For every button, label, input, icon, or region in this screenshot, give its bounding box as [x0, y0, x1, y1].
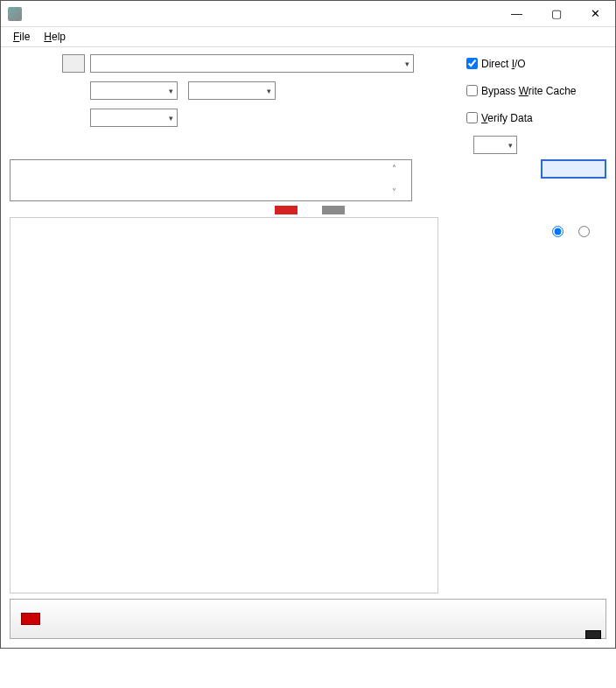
- write-swatch-icon: [275, 206, 298, 214]
- chevron-down-icon: ▾: [165, 114, 173, 123]
- menu-help[interactable]: Help: [37, 29, 73, 45]
- chevron-down-icon: ▾: [505, 141, 513, 150]
- browse-button[interactable]: [62, 54, 85, 73]
- chevron-down-icon: ▾: [263, 87, 271, 95]
- watermark: [585, 630, 601, 639]
- chevron-down-icon: ▾: [165, 87, 173, 95]
- read-swatch-icon: [322, 206, 345, 214]
- maximize-button[interactable]: ▢: [536, 1, 576, 27]
- drive-select[interactable]: ▾: [90, 54, 414, 73]
- file-size-select[interactable]: ▾: [90, 109, 178, 127]
- close-button[interactable]: ✕: [576, 1, 615, 27]
- direct-io-checkbox[interactable]: Direct I/O: [466, 54, 606, 73]
- minimize-button[interactable]: —: [497, 1, 536, 27]
- verify-checkbox[interactable]: Verify Data: [466, 109, 606, 127]
- atto-banner: [10, 599, 606, 639]
- description-box[interactable]: ˄˅: [10, 159, 412, 201]
- chart-legend: [10, 203, 606, 215]
- io-size-to-select[interactable]: ▾: [188, 81, 276, 100]
- bar-chart: [10, 221, 438, 589]
- chevron-down-icon: ▾: [402, 60, 410, 68]
- bytes-radio[interactable]: [552, 226, 566, 237]
- atto-logo: [21, 613, 40, 625]
- scroll-down-icon[interactable]: ˅: [392, 187, 406, 197]
- queue-depth-select[interactable]: ▾: [473, 136, 517, 154]
- menu-file[interactable]: File: [6, 29, 37, 45]
- start-button[interactable]: [541, 159, 606, 179]
- scroll-up-icon[interactable]: ˄: [392, 164, 406, 173]
- ios-radio[interactable]: [578, 226, 592, 237]
- app-icon: [8, 7, 22, 21]
- io-size-from-select[interactable]: ▾: [90, 81, 178, 100]
- bypass-checkbox[interactable]: Bypass Write Cache: [466, 81, 606, 100]
